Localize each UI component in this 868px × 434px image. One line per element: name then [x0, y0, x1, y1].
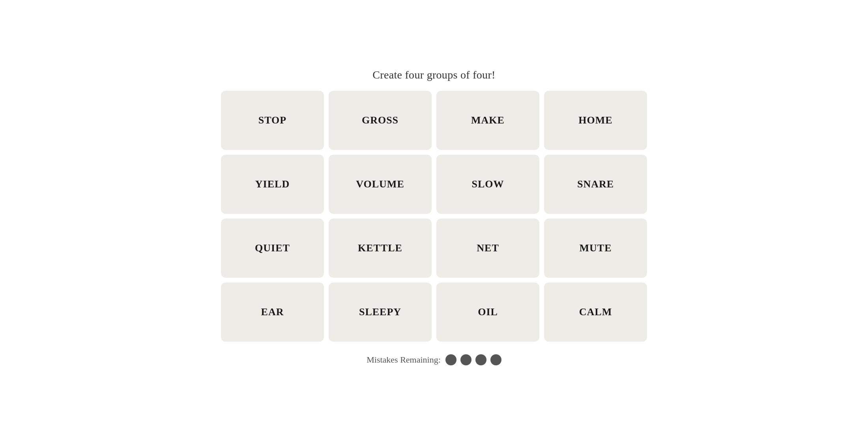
word-label-calm: CALM: [579, 306, 612, 318]
word-card-stop[interactable]: STOP: [221, 91, 324, 150]
word-card-mute[interactable]: MUTE: [544, 219, 647, 278]
word-card-gross[interactable]: GROSS: [329, 91, 432, 150]
word-card-ear[interactable]: EAR: [221, 282, 324, 342]
mistake-dot-1: [445, 354, 456, 365]
word-card-quiet[interactable]: QUIET: [221, 219, 324, 278]
word-label-ear: EAR: [261, 306, 284, 318]
word-label-yield: YIELD: [255, 178, 290, 190]
word-card-home[interactable]: HOME: [544, 91, 647, 150]
word-card-make[interactable]: MAKE: [436, 91, 539, 150]
word-card-kettle[interactable]: KETTLE: [329, 219, 432, 278]
mistakes-dots: [445, 354, 501, 365]
mistake-dot-4: [490, 354, 501, 365]
word-label-stop: STOP: [258, 114, 286, 126]
word-label-mute: MUTE: [580, 242, 612, 254]
word-card-slow[interactable]: SLOW: [436, 155, 539, 214]
word-card-sleepy[interactable]: SLEEPY: [329, 282, 432, 342]
word-label-quiet: QUIET: [255, 242, 290, 254]
word-label-volume: VOLUME: [356, 178, 404, 190]
word-label-slow: SLOW: [471, 178, 504, 190]
word-card-snare[interactable]: SNARE: [544, 155, 647, 214]
word-label-sleepy: SLEEPY: [359, 306, 401, 318]
subtitle: Create four groups of four!: [372, 69, 495, 81]
mistake-dot-2: [460, 354, 471, 365]
mistakes-label: Mistakes Remaining:: [367, 355, 441, 365]
word-card-calm[interactable]: CALM: [544, 282, 647, 342]
word-label-snare: SNARE: [577, 178, 614, 190]
word-card-net[interactable]: NET: [436, 219, 539, 278]
word-grid: STOPGROSSMAKEHOMEYIELDVOLUMESLOWSNAREQUI…: [221, 91, 647, 342]
word-label-home: HOME: [578, 114, 612, 126]
word-label-oil: OIL: [478, 306, 498, 318]
mistake-dot-3: [475, 354, 486, 365]
word-label-kettle: KETTLE: [358, 242, 402, 254]
mistakes-section: Mistakes Remaining:: [367, 354, 501, 365]
word-card-yield[interactable]: YIELD: [221, 155, 324, 214]
word-card-volume[interactable]: VOLUME: [329, 155, 432, 214]
word-card-oil[interactable]: OIL: [436, 282, 539, 342]
game-container: Create four groups of four! STOPGROSSMAK…: [221, 69, 647, 365]
word-label-gross: GROSS: [362, 114, 398, 126]
word-label-net: NET: [477, 242, 499, 254]
word-label-make: MAKE: [471, 114, 505, 126]
